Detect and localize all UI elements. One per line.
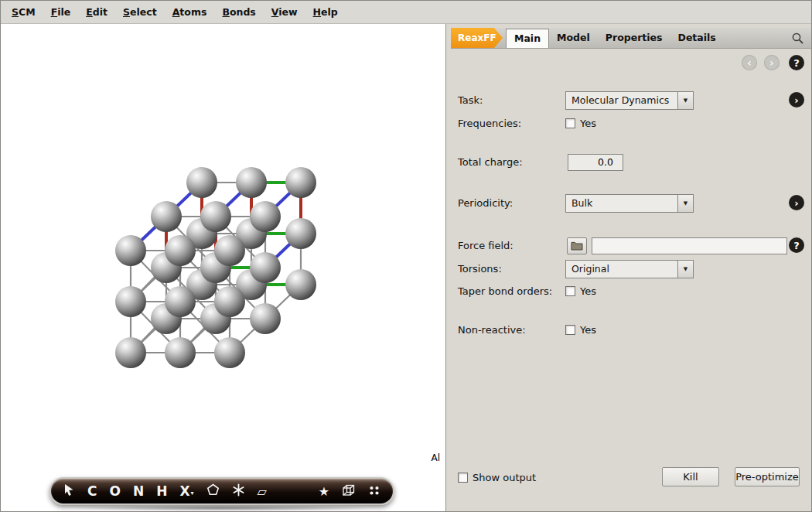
torsions-dropdown-value: Original xyxy=(566,261,677,278)
molecule-viewer[interactable]: Al CONHX▾▱★ xyxy=(1,24,446,511)
task-label: Task: xyxy=(458,94,565,106)
lasso-icon: ▱ xyxy=(258,484,267,499)
element-label: X xyxy=(179,483,189,499)
periodicity-row: Periodicity: Bulk ▼ › xyxy=(458,193,804,213)
force-field-input[interactable] xyxy=(592,237,787,254)
folder-icon xyxy=(571,241,583,251)
kill-button[interactable]: Kill xyxy=(662,467,719,486)
star-icon: ★ xyxy=(319,484,329,499)
menu-item-file[interactable]: File xyxy=(43,2,79,22)
tabs: MainModelPropertiesDetails xyxy=(506,28,724,48)
history-back-button[interactable]: ‹ xyxy=(742,55,757,70)
search-icon[interactable] xyxy=(791,32,804,45)
tab-properties[interactable]: Properties xyxy=(598,28,670,48)
structure-tool-button[interactable] xyxy=(232,483,245,499)
menu-item-select[interactable]: Select xyxy=(115,2,165,22)
tab-bar: ReaxFF MainModelPropertiesDetails xyxy=(451,28,811,49)
reaxff-panel: ReaxFF MainModelPropertiesDetails ‹ › ? … xyxy=(447,24,811,511)
task-dropdown-value: Molecular Dynamics xyxy=(566,92,677,109)
periodicity-dropdown[interactable]: Bulk ▼ xyxy=(565,194,694,213)
product-tag-reaxff: ReaxFF xyxy=(451,28,503,48)
torsions-dropdown[interactable]: Original ▼ xyxy=(565,260,694,278)
frequencies-label: Frequencies: xyxy=(458,118,565,129)
task-dropdown-button[interactable]: ▼ xyxy=(677,92,693,109)
crystal-tool-button[interactable] xyxy=(342,484,356,499)
element-label: H xyxy=(156,483,167,499)
chevron-down-icon: ▼ xyxy=(684,97,687,104)
tab-details[interactable]: Details xyxy=(670,28,724,48)
frequencies-row: Frequencies: Yes xyxy=(458,114,804,133)
menu-item-bonds[interactable]: Bonds xyxy=(214,2,263,22)
taper-bond-orders-checkbox[interactable] xyxy=(565,286,575,296)
element-h-button[interactable]: H xyxy=(156,483,167,499)
menu-item-view[interactable]: View xyxy=(264,2,305,22)
taper-bond-orders-option-label: Yes xyxy=(580,285,596,297)
app-window: SCMFileEditSelectAtomsBondsViewHelp Al C… xyxy=(0,0,812,512)
question-icon: ? xyxy=(793,58,800,68)
menu-item-atoms[interactable]: Atoms xyxy=(165,2,215,22)
tab-main[interactable]: Main xyxy=(506,29,549,48)
non-reactive-checkbox[interactable] xyxy=(565,325,575,335)
total-charge-label: Total charge: xyxy=(458,156,565,168)
force-field-row: Force field: ? xyxy=(458,236,804,255)
help-button[interactable]: ? xyxy=(789,55,804,70)
ring-icon xyxy=(206,483,220,499)
show-output-label: Show output xyxy=(473,472,536,483)
asterisk-icon xyxy=(232,483,245,499)
tab-model[interactable]: Model xyxy=(549,28,598,48)
browse-force-field-button[interactable] xyxy=(567,237,587,254)
ring-tool-button[interactable] xyxy=(206,483,220,499)
box-icon xyxy=(342,484,356,499)
menu-item-scm[interactable]: SCM xyxy=(4,2,43,22)
task-detail-button[interactable]: › xyxy=(789,92,804,108)
show-output-checkbox[interactable] xyxy=(458,473,468,483)
footer: Show output Kill Pre-optimize xyxy=(458,467,804,487)
question-icon: ? xyxy=(793,241,800,251)
chevron-left-icon: ‹ xyxy=(747,57,752,68)
element-label: O xyxy=(109,483,120,499)
element-label: N xyxy=(133,483,144,499)
history-forward-button[interactable]: › xyxy=(764,55,780,70)
lasso-tool-button[interactable]: ▱ xyxy=(258,484,267,499)
frequencies-option-label: Yes xyxy=(580,118,596,129)
dots-icon xyxy=(368,485,380,498)
task-dropdown[interactable]: Molecular Dynamics ▼ xyxy=(565,91,694,110)
non-reactive-row: Non-reactive: Yes xyxy=(458,320,804,340)
menu-item-edit[interactable]: Edit xyxy=(78,2,115,22)
lattice-svg xyxy=(1,24,446,512)
element-o-button[interactable]: O xyxy=(109,483,120,499)
taper-bond-orders-row: Taper bond orders: Yes xyxy=(458,282,804,301)
balls-tool-button[interactable] xyxy=(368,485,380,498)
cursor-icon xyxy=(63,483,75,499)
periodicity-dropdown-value: Bulk xyxy=(566,195,677,212)
periodicity-detail-button[interactable]: › xyxy=(789,195,804,210)
select-tool[interactable] xyxy=(63,483,75,499)
torsions-row: Torsions: Original ▼ xyxy=(458,259,804,278)
element-c-button[interactable]: C xyxy=(87,483,97,499)
builder-toolbar: CONHX▾▱★ xyxy=(49,477,394,505)
total-charge-row: Total charge: xyxy=(458,152,804,172)
task-row: Task: Molecular Dynamics ▼ › xyxy=(458,90,804,110)
caret-down-icon: ▾ xyxy=(191,490,194,499)
favorites-button[interactable]: ★ xyxy=(319,484,329,499)
torsions-dropdown-button[interactable]: ▼ xyxy=(677,261,693,278)
toolbar-reflection xyxy=(70,505,376,511)
force-field-help-button[interactable]: ? xyxy=(789,237,804,253)
chevron-down-icon: ▼ xyxy=(684,266,687,272)
taper-bond-orders-label: Taper bond orders: xyxy=(458,285,565,297)
element-label: C xyxy=(87,483,97,499)
frequencies-checkbox[interactable] xyxy=(565,118,575,128)
non-reactive-label: Non-reactive: xyxy=(458,324,565,336)
chevron-right-icon: › xyxy=(769,57,774,68)
element-x-button[interactable]: X▾ xyxy=(179,483,193,499)
total-charge-input[interactable] xyxy=(568,154,623,171)
torsions-label: Torsions: xyxy=(458,263,565,275)
element-n-button[interactable]: N xyxy=(133,483,144,499)
chevron-right-icon: › xyxy=(794,95,798,105)
pre-optimize-button[interactable]: Pre-optimize xyxy=(735,467,800,486)
chevron-right-icon: › xyxy=(794,198,798,208)
periodicity-dropdown-button[interactable]: ▼ xyxy=(677,195,693,212)
non-reactive-option-label: Yes xyxy=(580,324,596,336)
menu-item-help[interactable]: Help xyxy=(305,2,346,22)
atom-type-label: Al xyxy=(431,452,440,463)
